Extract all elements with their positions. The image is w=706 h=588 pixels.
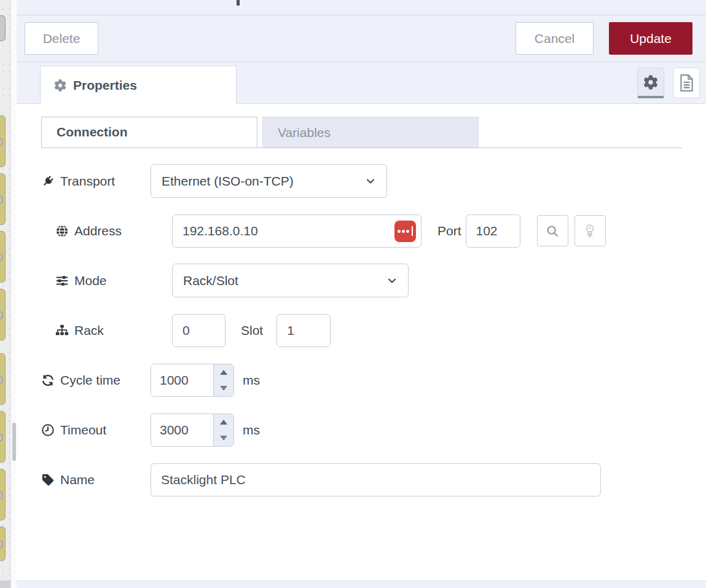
- spinner-buttons: [213, 364, 233, 396]
- flow-node[interactable]: [0, 15, 6, 41]
- sliders-icon: [55, 274, 69, 288]
- name-row: Name: [41, 463, 706, 496]
- spinner-down-button[interactable]: [214, 430, 233, 446]
- address-field-wrap: [172, 214, 422, 248]
- chevron-down-icon: [364, 175, 377, 190]
- edit-tray: Delete Cancel Update Properties: [17, 0, 706, 588]
- name-input[interactable]: [151, 463, 601, 496]
- gear-icon: [54, 79, 66, 92]
- timeout-row: Timeout ms: [41, 413, 706, 447]
- transport-row: Transport Ethernet (ISO-on-TCP): [41, 164, 706, 198]
- flow-node[interactable]: [0, 527, 6, 561]
- cycle-time-unit: ms: [243, 373, 260, 388]
- node-port[interactable]: [0, 434, 2, 441]
- address-row: Address Port: [41, 214, 706, 248]
- mode-row: Mode Rack/Slot: [41, 264, 706, 297]
- tray-gutter: [10, 0, 17, 588]
- properties-view-button[interactable]: [637, 68, 664, 98]
- flow-node[interactable]: [0, 469, 6, 520]
- update-button[interactable]: Update: [609, 22, 692, 55]
- sitemap-icon: [55, 324, 69, 337]
- slot-label: Slot: [241, 323, 263, 338]
- tray-toolbar: Delete Cancel Update: [17, 15, 706, 62]
- search-icon: [546, 224, 559, 238]
- chevron-down-icon: [386, 275, 398, 290]
- search-devices-button[interactable]: [537, 215, 568, 246]
- delete-button[interactable]: Delete: [25, 22, 98, 55]
- flow-node[interactable]: [0, 411, 6, 463]
- timeout-unit: ms: [243, 423, 260, 437]
- tray-titlebar: [17, 0, 706, 15]
- tab-variables[interactable]: Variables: [262, 117, 479, 147]
- flow-node[interactable]: [0, 289, 6, 340]
- port-label: Port: [437, 224, 461, 238]
- timeout-label: Timeout: [41, 423, 151, 437]
- dialog-subtabs: Connection Variables: [41, 117, 682, 148]
- flow-node[interactable]: [0, 231, 6, 283]
- tag-icon: [41, 473, 55, 487]
- screen: Delete Cancel Update Properties: [0, 0, 706, 588]
- flow-node[interactable]: [0, 116, 6, 167]
- transport-label: Transport: [41, 174, 151, 189]
- clock-icon: [41, 423, 55, 437]
- properties-tab-label: Properties: [73, 78, 137, 93]
- address-label: Address: [55, 224, 172, 238]
- spinner-up-button[interactable]: [214, 364, 233, 380]
- slot-input[interactable]: [277, 314, 331, 347]
- node-port[interactable]: [0, 376, 2, 383]
- transport-select[interactable]: Ethernet (ISO-on-TCP): [151, 164, 387, 198]
- timeout-input[interactable]: [151, 414, 213, 446]
- connection-form: Transport Ethernet (ISO-on-TCP): [41, 164, 706, 496]
- globe-icon: [55, 224, 69, 238]
- spinner-buttons: [213, 414, 233, 446]
- cancel-button[interactable]: Cancel: [516, 22, 594, 55]
- document-icon: [678, 74, 694, 92]
- flow-node[interactable]: [0, 173, 6, 225]
- refresh-icon: [41, 374, 55, 387]
- cycle-time-label: Cycle time: [41, 373, 151, 388]
- tab-connection[interactable]: Connection: [41, 117, 257, 147]
- rack-label: Rack: [55, 323, 172, 338]
- timeout-spinner: [151, 414, 234, 447]
- description-view-button[interactable]: [673, 68, 700, 98]
- mode-label: Mode: [55, 273, 172, 288]
- tray-footer: [17, 581, 706, 588]
- node-port[interactable]: [0, 138, 2, 146]
- cycle-time-spinner: [151, 364, 234, 397]
- tray-body: Connection Variables Transport Ethernet …: [17, 104, 706, 581]
- name-label: Name: [41, 472, 151, 487]
- node-port[interactable]: [0, 196, 2, 203]
- rack-slot-row: Rack Slot: [41, 313, 706, 347]
- spinner-down-button[interactable]: [214, 380, 233, 396]
- cycle-time-row: Cycle time ms: [41, 363, 706, 397]
- autofill-extension-icon[interactable]: [394, 221, 416, 242]
- port-input[interactable]: [466, 214, 520, 248]
- node-port[interactable]: [0, 541, 2, 548]
- mode-select[interactable]: Rack/Slot: [172, 264, 409, 297]
- hint-button[interactable]: [575, 215, 606, 246]
- gear-icon: [643, 75, 658, 90]
- plug-icon: [41, 174, 55, 188]
- spinner-up-button[interactable]: [214, 414, 233, 430]
- cycle-time-input[interactable]: [151, 364, 213, 396]
- workspace-canvas[interactable]: [0, 0, 10, 588]
- node-port[interactable]: [0, 312, 2, 319]
- node-port[interactable]: [0, 254, 2, 261]
- rack-input[interactable]: [172, 314, 226, 347]
- tab-properties[interactable]: Properties: [40, 66, 237, 104]
- address-input[interactable]: [172, 214, 422, 248]
- clipped-title-fragment: [237, 0, 240, 6]
- scrollbar-thumb[interactable]: [12, 423, 16, 461]
- tray-tabbar: Properties: [17, 62, 706, 104]
- lightbulb-icon: [584, 224, 596, 238]
- node-port[interactable]: [0, 492, 2, 499]
- flow-node[interactable]: [0, 353, 6, 405]
- workspace-footer: [0, 581, 10, 588]
